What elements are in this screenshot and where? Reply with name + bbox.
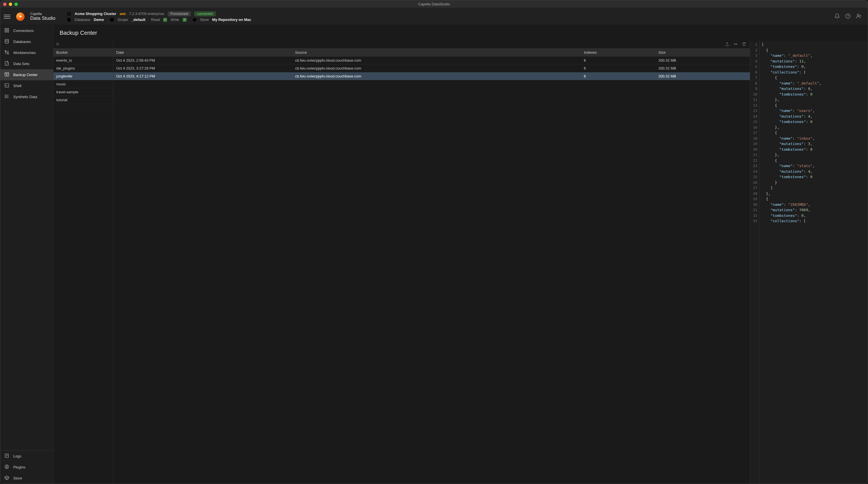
svg-rect-0: [67, 12, 69, 13]
window-close-button[interactable]: [3, 3, 6, 6]
table-cell-source: cb.fwu-oviwcpjq4v.cloud.couchbase.com: [292, 57, 581, 64]
table-cell-date: Oct 4 2023, 2:56:43 PM: [113, 57, 292, 64]
export-button[interactable]: [725, 42, 730, 47]
svg-point-35: [6, 466, 8, 467]
svg-point-5: [846, 14, 850, 19]
help-button[interactable]: [845, 13, 851, 20]
bucket-column-header: Bucket: [54, 49, 113, 57]
sidebar-item-data-sets[interactable]: csvData Sets: [0, 58, 53, 69]
brand-line2: Data Studio: [30, 16, 55, 21]
sidebar-item-shell[interactable]: Shell: [0, 80, 53, 91]
table-row[interactable]: Oct 4 2023, 3:27:29 PMcb.fwu-oviwcpjq4v.…: [113, 64, 750, 72]
svg-rect-22: [5, 84, 9, 87]
database-icon: [67, 18, 71, 22]
scope-icon: [110, 18, 114, 22]
write-checkbox-icon: ✓: [183, 18, 187, 22]
svg-point-16: [7, 53, 9, 54]
sidebar-item-workbenches[interactable]: Workbenches: [0, 47, 53, 58]
svg-point-41: [734, 43, 735, 45]
bucket-row[interactable]: travel-sample: [54, 88, 113, 96]
table-column-header[interactable]: Indexes: [581, 49, 656, 57]
sidebar-item-label: Synthetic Data: [13, 95, 37, 99]
sidebar-item-logs[interactable]: Logs: [0, 451, 53, 462]
cluster-icon: [67, 11, 71, 16]
bucket-panel: Bucket events_tside_pluginsjunglevillemu…: [54, 41, 113, 484]
scope-label: Scope: [118, 18, 128, 22]
table-column-header[interactable]: Size: [656, 49, 750, 57]
sidebar-item-label: Shell: [13, 84, 22, 88]
table-cell-indexes: 6: [581, 72, 656, 80]
sidebar-item-label: Data Sets: [13, 62, 29, 66]
provisioned-badge: Provisioned: [168, 11, 191, 17]
svg-point-15: [5, 50, 6, 52]
sidebar-item-label: Connections: [13, 29, 34, 33]
sidebar-item-connections[interactable]: Connections: [0, 25, 53, 36]
table-cell-size: 200.32 MB: [656, 64, 750, 72]
sidebar-icon: csv: [4, 61, 9, 67]
sidebar: ConnectionsDatabasesWorkbenchescsvData S…: [0, 25, 54, 484]
table-row[interactable]: Oct 4 2023, 4:17:12 PMcb.fwu-oviwcpjq4v.…: [113, 72, 750, 80]
table-cell-indexes: 6: [581, 64, 656, 72]
link-button[interactable]: [734, 42, 738, 47]
window-title: Capella DataStudio: [418, 2, 450, 6]
sidebar-icon: [4, 50, 9, 56]
notifications-button[interactable]: [834, 13, 840, 20]
account-button[interactable]: [856, 13, 862, 20]
sidebar-icon: [4, 94, 9, 100]
svg-point-6: [848, 17, 848, 18]
sidebar-icon: [4, 28, 9, 34]
table-cell-indexes: 6: [581, 57, 656, 64]
table-cell-size: 200.32 MB: [656, 57, 750, 64]
cluster-name: Acme Shopping Cluster: [75, 11, 116, 16]
sidebar-item-synthetic-data[interactable]: Synthetic Data: [0, 91, 53, 102]
svg-point-14: [5, 39, 8, 41]
database-value: Demo: [94, 18, 104, 22]
bucket-row[interactable]: tutorial: [54, 96, 113, 104]
sidebar-icon: [4, 39, 9, 45]
svg-rect-3: [69, 14, 71, 15]
window-maximize-button[interactable]: [14, 3, 18, 6]
backup-table-panel: DateSourceIndexesSize Oct 4 2023, 2:56:4…: [113, 41, 750, 484]
svg-rect-11: [7, 28, 9, 30]
titlebar: Capella DataStudio: [0, 0, 868, 8]
table-column-header[interactable]: Date: [113, 49, 292, 57]
write-label: Write: [170, 18, 179, 22]
svg-point-7: [857, 14, 859, 16]
table-cell-size: 200.32 MB: [656, 72, 750, 80]
table-cell-date: Oct 4 2023, 3:27:29 PM: [113, 64, 292, 72]
bucket-row[interactable]: ide_plugins: [54, 64, 113, 72]
window-minimize-button[interactable]: [9, 3, 12, 6]
svg-point-42: [736, 43, 737, 45]
menu-toggle-button[interactable]: [4, 13, 10, 20]
sidebar-item-label: Plugins: [13, 465, 26, 469]
delete-button[interactable]: [742, 42, 746, 47]
cloud-provider-badge: aws: [120, 12, 126, 16]
sidebar-item-label: Databases: [13, 40, 31, 44]
scope-value: _default: [131, 18, 146, 22]
connected-badge: connected: [194, 11, 215, 17]
page-title: Backup Center: [54, 25, 868, 41]
store-icon: [192, 18, 197, 22]
sidebar-icon: [4, 453, 9, 459]
svg-text:csv: csv: [6, 63, 8, 65]
app-logo-icon: [16, 12, 25, 21]
sidebar-icon: [4, 72, 9, 78]
version-label: 7.2.3-6705-enterprise: [129, 11, 164, 16]
svg-rect-13: [7, 31, 9, 32]
json-viewer[interactable]: 1234567891011121314151617181920212223242…: [750, 41, 868, 484]
sidebar-item-store[interactable]: Store: [0, 473, 53, 484]
sidebar-item-backup-center[interactable]: Backup Center: [0, 69, 53, 80]
table-column-header[interactable]: Source: [292, 49, 581, 57]
sidebar-icon: [4, 475, 9, 481]
copy-icon[interactable]: [56, 42, 60, 47]
table-cell-source: cb.fwu-oviwcpjq4v.cloud.couchbase.com: [292, 72, 581, 80]
app-brand: Capella Data Studio: [30, 12, 55, 21]
svg-rect-10: [5, 28, 6, 30]
read-checkbox-icon: ✓: [163, 18, 167, 22]
sidebar-item-databases[interactable]: Databases: [0, 36, 53, 47]
sidebar-item-plugins[interactable]: Plugins: [0, 462, 53, 473]
bucket-row[interactable]: jungleville: [54, 72, 113, 80]
table-row[interactable]: Oct 4 2023, 2:56:43 PMcb.fwu-oviwcpjq4v.…: [113, 57, 750, 64]
bucket-row[interactable]: events_ts: [54, 57, 113, 64]
bucket-row[interactable]: music: [54, 80, 113, 88]
